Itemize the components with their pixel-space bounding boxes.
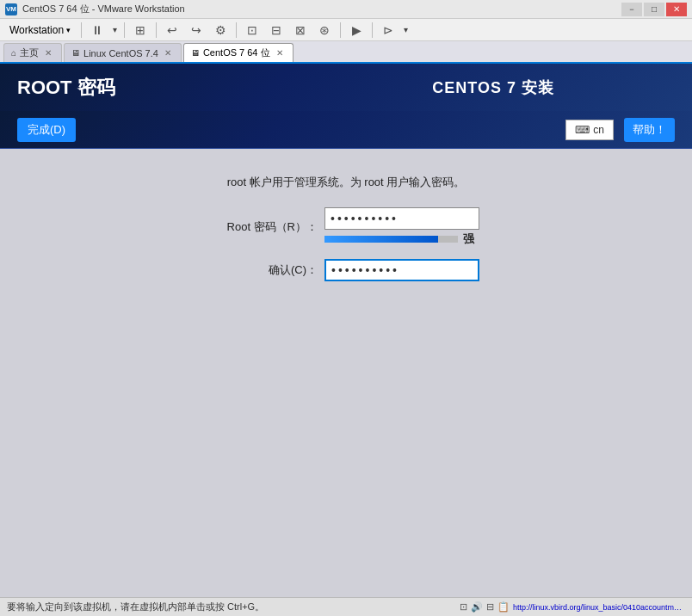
root-password-label: Root 密码（R）： <box>213 219 324 235</box>
display-dropdown[interactable]: ▾ <box>401 21 411 40</box>
tab-home[interactable]: ⌂ 主页 ✕ <box>3 43 62 62</box>
strength-bar-wrap: 强 <box>324 231 479 247</box>
description-text: root 帐户用于管理系统。为 root 用户输入密码。 <box>227 175 466 190</box>
vm-toolbar: 完成(D) ⌨ cn 帮助！ <box>0 111 692 149</box>
language-button[interactable]: ⌨ cn <box>565 120 614 140</box>
tab-linux-close[interactable]: ✕ <box>162 47 174 59</box>
help-button[interactable]: 帮助！ <box>624 118 675 142</box>
strength-label: 强 <box>463 231 474 247</box>
title-bar: VM CentOS 7 64 位 - VMware Workstation － … <box>0 0 692 19</box>
vm-header: ROOT 密码 CENTOS 7 安装 <box>0 64 692 111</box>
confirm-label: 确认(C)： <box>213 262 324 278</box>
install-title: CENTOS 7 安装 <box>432 77 554 98</box>
toolbar-separator-1 <box>81 22 82 38</box>
revert-button[interactable]: ↩ <box>161 21 183 40</box>
vm-area: ROOT 密码 CENTOS 7 安装 完成(D) ⌨ cn 帮助！ root … <box>0 64 692 597</box>
fullscreen-button[interactable]: ⊠ <box>289 21 312 40</box>
menu-bar: Workstation ▾ ⏸ ▾ ⊞ ↩ ↪ ⚙ ⊡ ⊟ ⊠ ⊛ ▶ ⊳ ▾ <box>0 19 692 41</box>
fit-button[interactable]: ⊡ <box>241 21 263 40</box>
unity-button[interactable]: ⊛ <box>313 21 336 40</box>
pause-dropdown[interactable]: ▾ <box>110 21 120 40</box>
status-url: http://linux.vbird.org/linux_basic/0410a… <box>513 603 685 612</box>
page-title: ROOT 密码 <box>17 75 115 101</box>
snapshot-button[interactable]: ⊞ <box>129 21 151 40</box>
toolbar-separator-2 <box>124 22 125 38</box>
centos-tab-icon: 🖥 <box>191 48 200 58</box>
display-button[interactable]: ⊳ <box>377 21 399 40</box>
settings-button[interactable]: ⚙ <box>209 21 232 40</box>
root-password-input[interactable] <box>324 207 479 230</box>
workstation-label: Workstation <box>9 24 64 36</box>
strength-bar-bg <box>324 236 458 243</box>
status-icon-1: ⊡ <box>460 601 467 613</box>
confirm-password-row: 确认(C)： <box>213 259 479 281</box>
status-icon-3: ⊟ <box>486 601 494 613</box>
toolbar-separator-3 <box>156 22 157 38</box>
close-button[interactable]: ✕ <box>666 3 687 16</box>
root-password-field-wrap: 强 <box>324 207 479 247</box>
confirm-field-wrap <box>324 259 479 281</box>
status-icon-2: 🔊 <box>471 601 483 613</box>
dropdown-arrow: ▾ <box>66 26 71 34</box>
content-area: root 帐户用于管理系统。为 root 用户输入密码。 Root 密码（R）：… <box>0 149 692 597</box>
toolbar-separator-6 <box>372 22 373 38</box>
app-icon: VM <box>5 3 17 15</box>
minimize-button[interactable]: － <box>621 3 642 16</box>
keyboard-icon: ⌨ <box>575 124 590 136</box>
toolbar-separator-5 <box>340 22 341 38</box>
console-button[interactable]: ▶ <box>345 21 368 40</box>
strength-bar-fill <box>324 236 438 243</box>
tab-linux-label: Linux CentOS 7.4 <box>83 48 158 59</box>
tab-centos-close[interactable]: ✕ <box>274 47 286 59</box>
workstation-menu[interactable]: Workstation ▾ <box>3 21 77 40</box>
status-icon-4: 📋 <box>497 601 510 613</box>
lang-label: cn <box>593 124 604 136</box>
tab-home-close[interactable]: ✕ <box>42 47 54 59</box>
linux-tab-icon: 🖥 <box>71 48 80 58</box>
status-icons: ⊡ 🔊 ⊟ 📋 http://linux.vbird.org/linux_bas… <box>460 601 685 613</box>
stretch-button[interactable]: ⊟ <box>265 21 287 40</box>
tab-home-label: 主页 <box>20 46 39 59</box>
forward-button[interactable]: ↪ <box>185 21 207 40</box>
toolbar-separator-4 <box>236 22 237 38</box>
home-tab-icon: ⌂ <box>11 48 16 58</box>
tab-centos-label: CentOS 7 64 位 <box>203 46 270 59</box>
root-password-row: Root 密码（R）： 强 <box>213 207 479 247</box>
confirm-password-input[interactable] <box>324 259 479 281</box>
restore-button[interactable]: □ <box>644 3 664 16</box>
status-text: 要将输入定向到该虚拟机，请在虚拟机内部单击或按 Ctrl+G。 <box>7 601 460 613</box>
tab-bar: ⌂ 主页 ✕ 🖥 Linux CentOS 7.4 ✕ 🖥 CentOS 7 6… <box>0 41 692 64</box>
window-controls: － □ ✕ <box>621 3 687 16</box>
tab-linux[interactable]: 🖥 Linux CentOS 7.4 ✕ <box>64 43 182 62</box>
status-bar: 要将输入定向到该虚拟机，请在虚拟机内部单击或按 Ctrl+G。 ⊡ 🔊 ⊟ 📋 … <box>0 597 692 616</box>
done-button[interactable]: 完成(D) <box>17 118 76 142</box>
tab-centos[interactable]: 🖥 CentOS 7 64 位 ✕ <box>183 43 293 62</box>
pause-button[interactable]: ⏸ <box>86 21 108 40</box>
window-title: CentOS 7 64 位 - VMware Workstation <box>22 3 621 15</box>
